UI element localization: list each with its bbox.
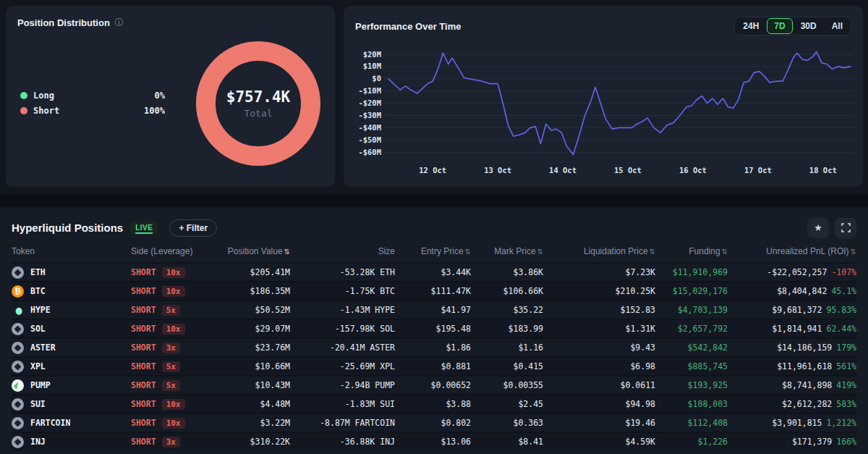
size-cell: -20.41M ASTER — [290, 342, 395, 353]
token-label: ASTER — [30, 342, 56, 353]
liquidation-price-cell: $6.98 — [543, 361, 655, 371]
column-header-liquidation-price[interactable]: Liquidation Price⇅ — [543, 246, 655, 256]
token-cell: SOL — [12, 323, 131, 335]
svg-text:-$50M: -$50M — [358, 135, 381, 144]
favorite-button[interactable]: ★ — [807, 218, 829, 238]
token-icon — [12, 398, 24, 411]
filter-button[interactable]: + Filter — [169, 219, 217, 237]
mark-price-cell: $2.45 — [471, 399, 543, 409]
side-label: SHORT — [131, 380, 156, 390]
roi-value: 561% — [836, 361, 856, 371]
position-row-sol[interactable]: SOLSHORT10x$29.07M-157.98K SOL$195.48$18… — [12, 319, 856, 337]
range-button-30d[interactable]: 30D — [793, 18, 824, 34]
pnl-value: $1,814,941 — [772, 324, 822, 334]
legend-label: Short — [33, 106, 59, 116]
token-cell: INJ — [12, 436, 131, 448]
token-label: XPL — [30, 361, 46, 371]
funding-cell: $1,226 — [655, 437, 728, 447]
mark-price-cell: $35.22 — [471, 305, 543, 315]
size-cell: -157.98K SOL — [290, 324, 395, 334]
side-label: SHORT — [131, 418, 156, 428]
position-legend: Long0%Short100% — [20, 88, 165, 119]
column-header-mark-price[interactable]: Mark Price⇅ — [471, 246, 543, 256]
position-row-hype[interactable]: ◖◗HYPESHORT5x$50.52M-1.43M HYPE$41.97$35… — [12, 300, 856, 319]
position-value-cell: $4.48M — [218, 399, 290, 409]
range-button-all[interactable]: All — [825, 18, 850, 34]
side-cell: SHORT10x — [131, 418, 218, 429]
roi-value: 179% — [836, 342, 856, 353]
column-header-position-value[interactable]: Position Value⇅ — [218, 246, 290, 256]
pnl-value: $8,741,898 — [782, 380, 832, 390]
column-header-funding[interactable]: Funding⇅ — [655, 246, 728, 256]
legend-item-short[interactable]: Short100% — [20, 104, 165, 119]
position-row-sui[interactable]: SUISHORT10x$4.48M-1.83M SUI$3.88$2.45$94… — [12, 394, 856, 413]
leverage-badge: 10x — [162, 324, 185, 335]
range-button-7d[interactable]: 7D — [767, 18, 792, 34]
position-row-eth[interactable]: ETHSHORT10x$205.41M-53.28K ETH$3.44K$3.8… — [12, 262, 856, 281]
positions-section: Hyperliquid Positions LIVE + Filter ★ To… — [0, 207, 868, 454]
leverage-badge: 10x — [162, 399, 185, 410]
side-cell: SHORT10x — [131, 324, 218, 335]
svg-text:18 Oct: 18 Oct — [809, 166, 837, 175]
expand-icon — [841, 223, 851, 232]
side-label: SHORT — [131, 324, 156, 334]
unrealized-pnl-cell: $3,901,8151,212% — [728, 418, 856, 428]
position-value-cell: $10.66M — [218, 361, 290, 371]
legend-item-long[interactable]: Long0% — [20, 88, 165, 104]
svg-text:14 Oct: 14 Oct — [549, 166, 576, 175]
leverage-badge: 3x — [162, 437, 180, 447]
side-label: SHORT — [131, 286, 156, 296]
size-cell: -36.88K INJ — [290, 437, 395, 447]
entry-price-cell: $0.881 — [395, 361, 471, 371]
range-button-24h[interactable]: 24H — [736, 18, 766, 34]
position-row-btc[interactable]: ₿BTCSHORT10x$186.35M-1.75K BTC$111.47K$1… — [12, 281, 856, 300]
side-cell: SHORT10x — [131, 286, 218, 297]
time-range-selector: 24H7D30DAll — [734, 17, 851, 35]
position-row-pump[interactable]: PUMPSHORT5x$10.43M-2.94B PUMP$0.00652$0.… — [12, 375, 856, 394]
token-cell: FARTCOIN — [12, 417, 131, 429]
column-header-unrealized-pnl-roi-[interactable]: Unrealized PnL (ROI)⇅ — [728, 246, 856, 256]
sort-icon: ⇅ — [465, 248, 471, 256]
liquidation-price-cell: $7.23K — [543, 267, 655, 277]
live-label: LIVE — [135, 224, 153, 234]
position-row-inj[interactable]: INJSHORT3x$310.22K-36.88K INJ$13.06$8.41… — [12, 432, 856, 450]
token-label: FARTCOIN — [30, 418, 70, 428]
token-cell: SUI — [12, 398, 131, 411]
dashboard: Position Distribution ⓘ Long0%Short100% … — [0, 0, 868, 454]
position-row-aster[interactable]: ASTERSHORT3x$23.76M-20.41M ASTER$1.86$1.… — [12, 337, 856, 356]
performance-panel: Performance Over Time 24H7D30DAll $20M$1… — [344, 6, 863, 187]
unrealized-pnl-cell: $11,961,618561% — [728, 361, 856, 371]
svg-text:-$10M: -$10M — [358, 86, 381, 95]
roi-value: 95.83% — [826, 305, 856, 315]
size-cell: -53.28K ETH — [290, 267, 395, 277]
token-label: ETH — [30, 267, 46, 277]
pnl-value: $11,961,618 — [777, 361, 832, 371]
leverage-badge: 5x — [162, 361, 180, 372]
side-cell: SHORT3x — [131, 342, 218, 353]
star-icon: ★ — [814, 222, 822, 233]
entry-price-cell: $195.48 — [395, 324, 471, 334]
column-header-entry-price[interactable]: Entry Price⇅ — [395, 246, 471, 256]
position-value-cell: $3.22M — [218, 418, 290, 428]
size-cell: -1.75K BTC — [290, 286, 395, 296]
entry-price-cell: $41.97 — [395, 305, 471, 315]
unrealized-pnl-cell: $1,814,94162.44% — [728, 324, 856, 334]
column-header-token: Token — [12, 246, 131, 256]
liquidation-price-cell: $4.59K — [543, 437, 655, 447]
side-label: SHORT — [131, 342, 156, 353]
total-label: Total — [244, 108, 272, 119]
roi-value: 419% — [836, 380, 856, 390]
position-row-xpl[interactable]: XPLSHORT5x$10.66M-25.69M XPL$0.881$0.415… — [12, 356, 856, 375]
sort-icon: ⇅ — [722, 248, 728, 256]
liquidation-price-cell: $94.98 — [543, 399, 655, 409]
expand-button[interactable] — [835, 218, 856, 238]
svg-text:17 Oct: 17 Oct — [744, 166, 772, 175]
token-cell: PUMP — [12, 379, 131, 392]
funding-cell: $15,029,176 — [655, 286, 728, 296]
side-cell: SHORT3x — [131, 437, 218, 447]
table-header-row: TokenSide (Leverage)Position Value⇅SizeE… — [12, 240, 856, 262]
donut-chart: $757.4K Total — [196, 41, 320, 166]
pnl-value: $171,379 — [792, 437, 832, 447]
position-row-fartcoin[interactable]: FARTCOINSHORT10x$3.22M-8.87M FARTCOIN$0.… — [12, 413, 856, 432]
info-icon[interactable]: ⓘ — [115, 17, 124, 29]
